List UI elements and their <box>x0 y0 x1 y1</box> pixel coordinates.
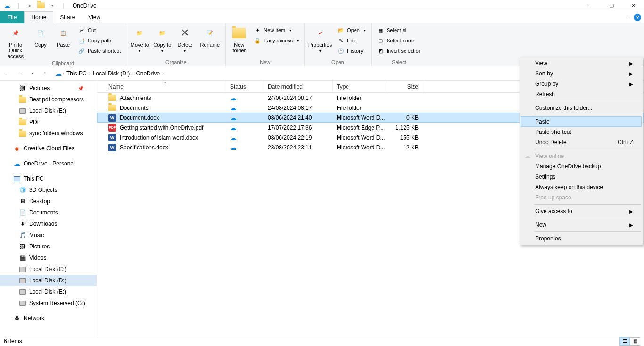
history-icon: 🕑 <box>337 47 345 55</box>
chevron-right-icon: ▶ <box>629 71 633 76</box>
thumbnails-view-button[interactable]: ▦ <box>630 337 640 346</box>
word-icon: W <box>108 144 116 151</box>
sidebar-item-pictures[interactable]: 🖼Pictures📌 <box>0 82 97 94</box>
maximize-button[interactable]: ▢ <box>601 0 622 11</box>
close-button[interactable]: ✕ <box>622 0 644 11</box>
delete-button[interactable]: ✕Delete▾ <box>174 24 195 55</box>
easy-access-button[interactable]: 🔓Easy access▾ <box>251 35 301 46</box>
sidebar-item-videos[interactable]: 🎬Videos <box>0 252 97 264</box>
invert-selection-button[interactable]: ◩Invert selection <box>374 46 424 56</box>
file-type: Microsoft Word D... <box>333 115 388 121</box>
select-all-button[interactable]: ▦Select all <box>374 25 424 35</box>
qat-dropdown[interactable]: ▾ <box>47 0 58 11</box>
ctx-separator <box>534 231 641 232</box>
paste-shortcut-button[interactable]: 🔗Paste shortcut <box>75 46 123 56</box>
cut-button[interactable]: ✂Cut <box>75 25 123 35</box>
sidebar-item-drive-e[interactable]: Local Disk (E:) <box>0 105 97 116</box>
sidebar-item-pdf[interactable]: PDF <box>0 116 97 128</box>
new-item-button[interactable]: ✦New item▾ <box>251 25 301 35</box>
sidebar-item-downloads[interactable]: ⬇Downloads <box>0 218 97 230</box>
ctx-paste-shortcut[interactable]: Paste shortcut <box>521 127 642 137</box>
col-date[interactable]: Date modified <box>264 81 333 92</box>
ctx-manage-backup[interactable]: Manage OneDrive backup <box>521 161 642 172</box>
open-button[interactable]: 📂Open▾ <box>335 25 368 35</box>
sidebar-item-pictures2[interactable]: 🖼Pictures <box>0 241 97 252</box>
sidebar-item-documents[interactable]: 📄Documents <box>0 207 97 218</box>
ctx-groupby[interactable]: Group by▶ <box>521 79 642 89</box>
col-status[interactable]: Status <box>226 81 264 92</box>
sidebar-item-thispc[interactable]: This PC <box>0 173 97 184</box>
pasteshortcut-icon: 🔗 <box>78 47 85 55</box>
ctx-always-keep[interactable]: Always keep on this device <box>521 182 642 192</box>
group-organize: 📁Move to▾ 📁Copy to▾ ✕Delete▾ 📝Rename Org… <box>126 23 226 66</box>
new-folder-button[interactable]: New folder <box>229 24 249 55</box>
status-bar: 6 items ☰ ▦ <box>0 336 644 346</box>
sidebar-item-music[interactable]: 🎵Music <box>0 230 97 241</box>
back-button[interactable]: ← <box>3 68 13 79</box>
col-name[interactable]: Name▴ <box>105 81 226 92</box>
sidebar-item-3dobjects[interactable]: 🧊3D Objects <box>0 184 97 196</box>
up-button[interactable]: ↑ <box>40 68 50 79</box>
ribbon-collapse[interactable]: ⌃ <box>626 15 630 20</box>
selectnone-icon: ▢ <box>377 37 384 44</box>
cloud-status-icon: ☁ <box>230 114 237 122</box>
move-to-button[interactable]: 📁Move to▾ <box>129 24 150 55</box>
file-date: 24/08/2024 08:17 <box>264 105 333 111</box>
properties-button[interactable]: ✔Properties▾ <box>307 24 333 55</box>
rename-button[interactable]: 📝Rename <box>197 24 223 49</box>
details-view-button[interactable]: ☰ <box>619 337 630 346</box>
tab-share[interactable]: Share <box>53 11 82 23</box>
desktop-icon: 🖥 <box>19 198 26 205</box>
qat-properties-icon[interactable]: ▫ <box>25 0 35 11</box>
ctx-view-online: ☁View online <box>521 151 642 161</box>
group-select: ▦Select all ▢Select none ◩Invert selecti… <box>372 23 427 66</box>
sidebar-item-onedrive[interactable]: ☁OneDrive - Personal <box>0 158 97 169</box>
edit-icon: ✎ <box>337 37 345 44</box>
sidebar-item-syncfolders[interactable]: sync folders windows <box>0 128 97 139</box>
ctx-give-access[interactable]: Give access to▶ <box>521 206 642 216</box>
sidebar-item-bestpdf[interactable]: Best pdf compressors <box>0 94 97 105</box>
paste-button[interactable]: 📋Paste <box>53 24 74 49</box>
tab-file[interactable]: File <box>0 11 24 23</box>
col-type[interactable]: Type <box>333 81 388 92</box>
minimize-button[interactable]: ─ <box>579 0 601 11</box>
recent-locations-button[interactable]: ▾ <box>27 68 38 79</box>
copy-path-button[interactable]: 📑Copy path <box>75 35 123 46</box>
help-icon[interactable]: ? <box>634 14 641 21</box>
pin-quick-access-button[interactable]: 📌Pin to Quick access <box>3 24 28 60</box>
breadcrumb-thispc[interactable]: This PC <box>65 70 88 77</box>
sidebar-item-sysres[interactable]: System Reserved (G:) <box>0 297 97 309</box>
copy-button[interactable]: 📄Copy <box>30 24 51 49</box>
tab-home[interactable]: Home <box>24 11 53 23</box>
sidebar-item-drive-e2[interactable]: Local Disk (E:) <box>0 286 97 297</box>
ctx-paste[interactable]: Paste <box>521 116 642 127</box>
sidebar-item-network[interactable]: 🖧Network <box>0 313 97 324</box>
sidebar-item-drive-d[interactable]: Local Disk (D:) <box>0 275 97 286</box>
properties-icon: ✔ <box>313 25 328 41</box>
copy-to-button[interactable]: 📁Copy to▾ <box>152 24 173 55</box>
ctx-sortby[interactable]: Sort by▶ <box>521 68 642 79</box>
ctx-properties[interactable]: Properties <box>521 233 642 244</box>
ctx-customize[interactable]: Customize this folder... <box>521 103 642 113</box>
sidebar-item-ccfiles[interactable]: ◉Creative Cloud Files <box>0 143 97 154</box>
select-none-button[interactable]: ▢Select none <box>374 35 424 46</box>
col-size[interactable]: Size <box>388 81 424 92</box>
breadcrumb-drive[interactable]: Local Disk (D:) <box>91 70 132 77</box>
newitem-icon: ✦ <box>254 26 261 34</box>
word-icon: W <box>108 114 116 122</box>
ctx-view[interactable]: View▶ <box>521 58 642 68</box>
edit-button[interactable]: ✎Edit <box>335 35 368 46</box>
pdf-icon: PDF <box>108 124 116 132</box>
ctx-refresh[interactable]: Refresh <box>521 89 642 99</box>
tab-view[interactable]: View <box>82 11 107 23</box>
breadcrumb-folder[interactable]: OneDrive <box>134 70 161 77</box>
ctx-settings[interactable]: Settings <box>521 172 642 182</box>
sidebar-item-drive-c[interactable]: Local Disk (C:) <box>0 264 97 275</box>
group-label: Select <box>374 59 424 66</box>
history-button[interactable]: 🕑History <box>335 46 368 56</box>
ctx-undo-delete[interactable]: Undo DeleteCtrl+Z <box>521 137 642 148</box>
ctx-new[interactable]: New▶ <box>521 220 642 230</box>
sidebar-item-desktop[interactable]: 🖥Desktop <box>0 196 97 207</box>
forward-button[interactable]: → <box>15 68 25 79</box>
ctx-separator <box>534 218 641 218</box>
